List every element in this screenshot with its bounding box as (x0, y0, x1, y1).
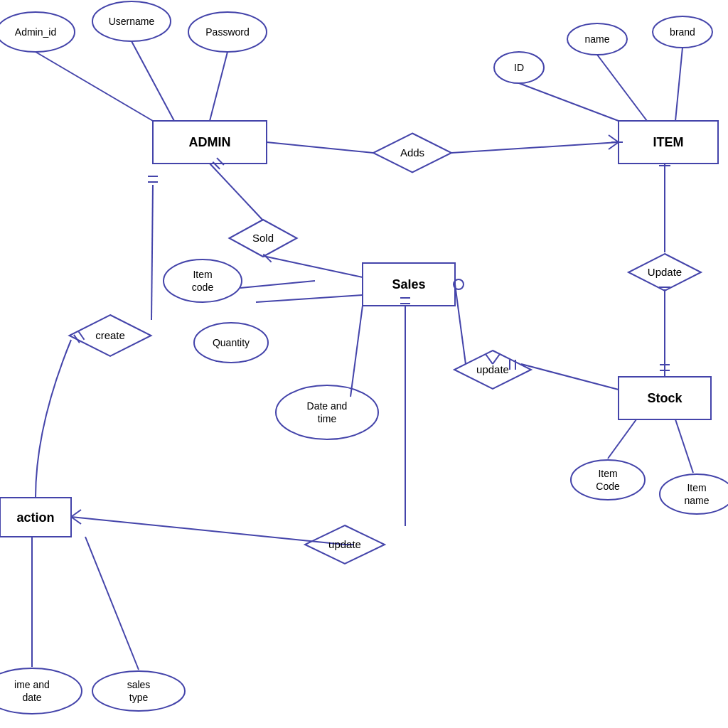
svg-text:update: update (476, 363, 509, 375)
svg-line-44 (71, 510, 81, 517)
svg-text:Code: Code (596, 481, 620, 492)
svg-line-2 (210, 52, 228, 121)
svg-text:Quantity: Quantity (213, 337, 250, 348)
svg-point-88 (276, 385, 378, 439)
svg-text:sales: sales (127, 679, 151, 690)
svg-line-4 (597, 55, 647, 121)
svg-text:Password: Password (205, 26, 249, 38)
svg-line-34 (675, 419, 693, 473)
er-diagram: ADMINITEMSalesStockactionAddsSoldcreateU… (0, 0, 728, 728)
svg-line-33 (608, 419, 636, 459)
svg-line-1 (132, 41, 174, 121)
svg-text:brand: brand (670, 26, 695, 38)
svg-text:create: create (95, 329, 125, 341)
svg-text:time: time (318, 413, 337, 424)
svg-text:Update: Update (648, 266, 682, 278)
svg-text:Stock: Stock (647, 391, 682, 405)
svg-text:Sold: Sold (252, 232, 274, 244)
svg-line-18 (256, 295, 363, 302)
svg-text:Adds: Adds (400, 146, 424, 159)
svg-line-35 (151, 185, 153, 320)
svg-point-94 (660, 474, 728, 514)
svg-text:Date and: Date and (307, 400, 348, 412)
svg-text:ADMIN: ADMIN (189, 135, 231, 149)
svg-line-30 (521, 364, 619, 390)
svg-point-83 (164, 259, 242, 302)
svg-text:ID: ID (514, 62, 524, 73)
svg-line-8 (451, 142, 619, 153)
svg-line-28 (486, 354, 493, 364)
svg-point-100 (92, 671, 185, 711)
svg-text:action: action (16, 510, 54, 525)
svg-text:Sales: Sales (392, 277, 425, 291)
svg-text:type: type (129, 692, 149, 703)
svg-line-26 (455, 284, 466, 364)
svg-text:Item: Item (598, 468, 617, 479)
svg-line-3 (519, 83, 619, 121)
svg-line-17 (240, 281, 315, 288)
svg-point-91 (571, 460, 645, 500)
svg-line-39 (78, 331, 84, 339)
svg-line-15 (263, 256, 363, 277)
svg-text:ITEM: ITEM (653, 135, 684, 149)
svg-line-19 (350, 306, 363, 397)
svg-line-29 (493, 354, 500, 364)
svg-text:name: name (584, 33, 609, 45)
svg-line-6 (267, 142, 373, 153)
svg-text:Item: Item (193, 269, 212, 280)
svg-text:Admin_id: Admin_id (15, 26, 56, 38)
svg-text:update: update (328, 538, 361, 550)
svg-line-10 (609, 135, 619, 142)
svg-text:name: name (684, 495, 709, 506)
svg-text:ime and: ime and (14, 679, 50, 690)
svg-line-48 (85, 537, 139, 670)
svg-line-12 (210, 164, 263, 220)
svg-text:Username: Username (109, 16, 155, 27)
svg-line-43 (71, 517, 345, 545)
svg-text:code: code (192, 282, 214, 293)
svg-line-0 (36, 52, 153, 121)
svg-point-97 (0, 668, 82, 714)
svg-text:date: date (22, 692, 41, 703)
svg-line-5 (675, 48, 682, 121)
svg-text:Item: Item (687, 482, 706, 493)
